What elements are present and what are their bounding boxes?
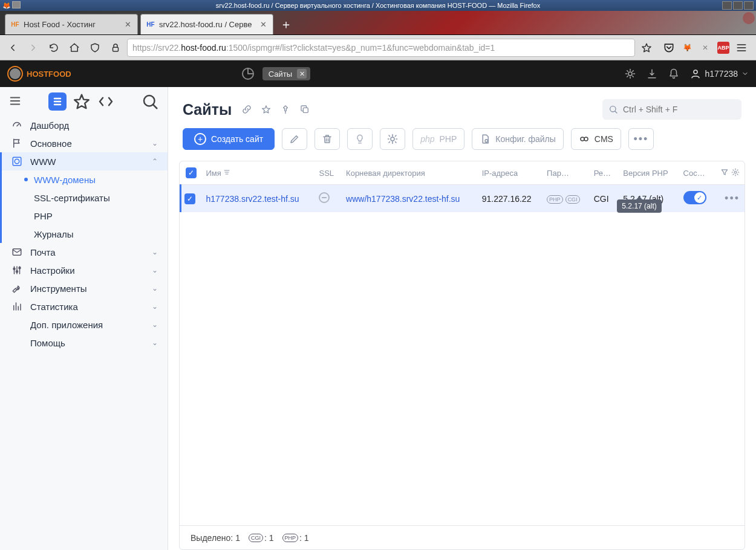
globe-icon <box>11 156 23 167</box>
row-root[interactable]: www/h177238.srv22.test-hf.su <box>341 185 477 213</box>
col-php[interactable]: Версия PHP <box>618 161 678 185</box>
btn-label: PHP <box>439 134 457 144</box>
nav-back-button[interactable] <box>4 39 22 57</box>
sidebar-www-logs[interactable]: Журналы <box>0 225 168 243</box>
chart-icon <box>11 301 23 312</box>
row-ip: 91.227.16.22 <box>477 185 542 213</box>
search-input[interactable] <box>623 105 735 114</box>
bulb-button[interactable] <box>347 128 373 150</box>
col-state[interactable]: Сос… <box>679 161 714 185</box>
tracking-shield-icon[interactable] <box>86 39 104 57</box>
sidebar-main[interactable]: Основное ⌄ <box>0 134 168 152</box>
app-logo[interactable]: HOSTFOOD <box>7 66 71 82</box>
table-row[interactable]: ✓ h177238.srv22.test-hf.su www/h177238.s… <box>181 185 745 213</box>
search-icon <box>608 105 618 114</box>
nav-reload-button[interactable] <box>45 39 63 57</box>
php-button[interactable]: php PHP <box>412 128 464 150</box>
app-tab-sites[interactable]: Сайты ✕ <box>262 67 310 80</box>
sidebar-www-domains[interactable]: WWW-домены <box>0 170 168 189</box>
user-menu[interactable]: h177238 <box>690 68 749 79</box>
chevron-down-icon <box>741 70 749 77</box>
pocket-icon[interactable] <box>663 42 675 54</box>
tab-close-icon[interactable]: ✕ <box>258 20 268 30</box>
php-version-tooltip: 5.2.17 (alt) <box>617 199 661 213</box>
url-tail: :1500/ispmgr#/list?clickstat=yes&p_num=1… <box>226 43 495 53</box>
nav-forward-button[interactable] <box>24 39 42 57</box>
sidebar-dashboard[interactable]: Дашборд <box>0 116 168 134</box>
bookmark-star-icon[interactable] <box>637 39 656 57</box>
config-files-button[interactable]: Конфиг. файлы <box>472 128 564 150</box>
col-root[interactable]: Корневая директория <box>341 161 477 185</box>
search-box[interactable] <box>602 99 741 120</box>
logo-text: HOSTFOOD <box>27 70 71 79</box>
edit-button[interactable] <box>282 128 307 150</box>
os-window-title: srv22.host-food.ru / Сервер виртуального… <box>216 2 540 9</box>
pin-icon[interactable] <box>280 104 291 115</box>
svg-point-17 <box>584 137 588 141</box>
window-close[interactable] <box>744 1 754 10</box>
download-icon[interactable] <box>647 68 657 79</box>
sidebar-fav-icon[interactable] <box>73 92 91 111</box>
columns-gear-icon[interactable] <box>731 169 740 178</box>
col-params[interactable]: Пар… <box>542 161 589 185</box>
tools-icon <box>11 283 23 294</box>
theme-toggle-icon[interactable] <box>625 68 636 79</box>
bell-icon[interactable] <box>668 68 679 79</box>
delete-button[interactable] <box>314 128 340 150</box>
sidebar-item-label: Доп. приложения <box>30 320 103 330</box>
row-actions-icon[interactable]: ••• <box>725 192 740 204</box>
col-ssl[interactable]: SSL <box>314 161 341 185</box>
copy-icon[interactable] <box>299 104 310 115</box>
sidebar-addons[interactable]: Доп. приложения ⌄ <box>0 315 168 334</box>
stats-pie-icon[interactable] <box>241 66 255 81</box>
sidebar-search-icon[interactable] <box>141 92 159 111</box>
sidebar-www-php[interactable]: PHP <box>0 207 168 225</box>
window-maximize[interactable] <box>733 1 743 10</box>
sidebar-item-label: Помощь <box>30 338 65 348</box>
state-toggle[interactable] <box>683 191 706 204</box>
ext-fox-icon[interactable]: 🦊 <box>681 42 693 54</box>
col-name[interactable]: Имя <box>201 161 314 185</box>
browser-tab-label: srv22.host-food.ru / Серве <box>159 20 258 29</box>
abp-icon[interactable]: ABP <box>717 42 729 54</box>
window-minimize[interactable] <box>722 1 732 10</box>
sidebar-tools[interactable]: Инструменты ⌄ <box>0 279 168 297</box>
row-name[interactable]: h177238.srv22.test-hf.su <box>201 185 314 213</box>
btn-label: CMS <box>595 134 613 144</box>
tab-close-icon[interactable]: ✕ <box>123 20 132 30</box>
ext-cross-icon[interactable]: ✕ <box>699 42 711 54</box>
sidebar-mail[interactable]: Почта ⌄ <box>0 243 168 261</box>
sidebar-settings[interactable]: Настройки ⌄ <box>0 261 168 279</box>
cms-button[interactable]: CMS <box>571 128 621 150</box>
col-mode[interactable]: Ре… <box>589 161 619 185</box>
url-input[interactable]: https://srv22. host-food.ru :1500/ispmgr… <box>127 39 635 57</box>
star-outline-icon[interactable] <box>261 104 272 115</box>
sidebar-www-ssl[interactable]: SSL-сертификаты <box>0 189 168 207</box>
sidebar-help[interactable]: Помощь ⌄ <box>0 334 168 352</box>
sidebar-settings-icon[interactable] <box>97 92 115 111</box>
create-site-button[interactable]: + Создать сайт <box>183 128 275 150</box>
sidebar-toggle-icon[interactable] <box>8 94 22 109</box>
more-button[interactable]: ••• <box>628 128 654 150</box>
svg-point-7 <box>15 159 19 164</box>
browser-tab-label: Host Food - Хостинг <box>24 20 123 29</box>
filter-icon[interactable] <box>720 169 729 178</box>
btn-label: Создать сайт <box>211 134 263 144</box>
app-tab-close-icon[interactable]: ✕ <box>297 69 307 79</box>
browser-menu-icon[interactable] <box>735 42 748 54</box>
browser-tab-2[interactable]: HF srv22.host-food.ru / Серве ✕ <box>140 14 273 34</box>
window-icon <box>12 1 21 8</box>
logo-icon <box>7 66 23 82</box>
browser-tab-1[interactable]: HF Host Food - Хостинг ✕ <box>5 14 138 34</box>
sidebar-stats[interactable]: Статистика ⌄ <box>0 297 168 315</box>
nav-home-button[interactable] <box>65 39 83 57</box>
antivirus-button[interactable] <box>380 128 405 150</box>
sidebar-www[interactable]: WWW ⌃ <box>0 152 168 170</box>
new-tab-button[interactable]: ＋ <box>276 14 296 34</box>
lock-icon[interactable] <box>106 39 125 57</box>
link-icon[interactable] <box>241 104 252 115</box>
row-checkbox[interactable]: ✓ <box>184 193 195 204</box>
sidebar-view-list-icon[interactable] <box>48 92 67 111</box>
select-all-checkbox[interactable]: ✓ <box>186 167 197 178</box>
col-ip[interactable]: IP-адреса <box>477 161 542 185</box>
